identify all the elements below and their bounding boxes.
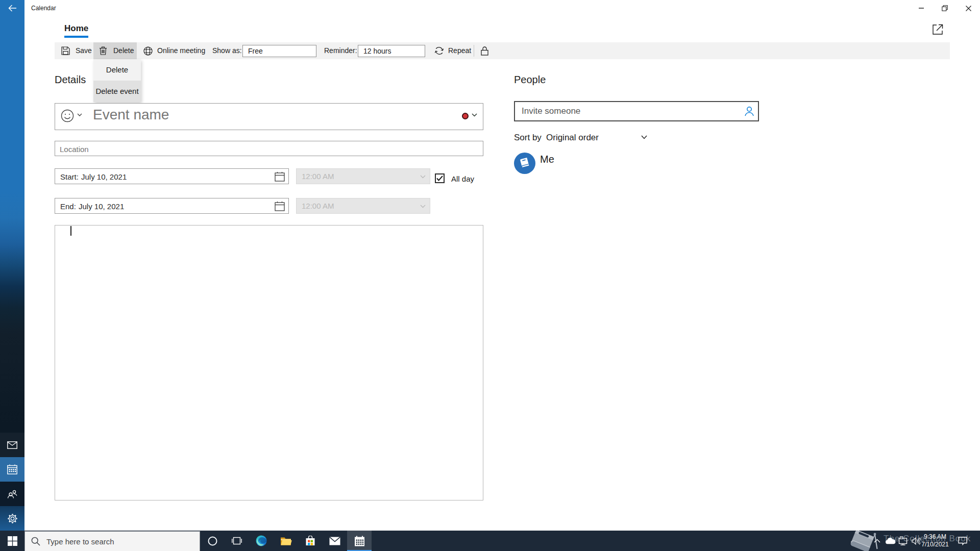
show-as-value: Free xyxy=(248,47,263,55)
tray-chevron-button[interactable] xyxy=(871,531,883,551)
reminder-value: 12 hours xyxy=(363,47,391,55)
calendar-taskbar-icon xyxy=(354,536,365,546)
end-date-picker[interactable]: End: July 10, 2021 xyxy=(55,198,289,214)
window-title: Calendar xyxy=(31,5,56,12)
tray-network-button[interactable] xyxy=(896,531,910,551)
lock-icon xyxy=(481,46,488,56)
edge-icon xyxy=(256,535,267,546)
file-explorer-icon xyxy=(280,536,292,546)
delete-menu: Delete Delete event xyxy=(93,59,141,102)
speaker-icon xyxy=(912,537,920,545)
taskbar-clock[interactable]: 9:36 AM 7/10/2021 xyxy=(920,531,950,551)
end-time-value: 12:00 AM xyxy=(302,202,334,210)
close-button[interactable] xyxy=(957,0,980,16)
repeat-label: Repeat xyxy=(448,42,471,59)
mail-icon xyxy=(7,441,17,449)
chevron-up-icon xyxy=(874,539,880,543)
close-icon xyxy=(966,6,971,11)
taskbar-cortana-button[interactable] xyxy=(200,531,225,551)
show-as-label: Show as: xyxy=(212,42,242,59)
location-input[interactable] xyxy=(55,141,483,156)
start-date-value: July 10, 2021 xyxy=(81,172,127,181)
open-in-new-window-button[interactable] xyxy=(933,23,944,35)
sort-by-select[interactable]: Original order xyxy=(546,133,599,143)
calendar-icon xyxy=(275,201,285,211)
taskbar-search[interactable]: Type here to search xyxy=(24,531,200,551)
onedrive-cloud-icon xyxy=(885,538,896,544)
taskbar-explorer-button[interactable] xyxy=(274,531,298,551)
online-meeting-button[interactable]: Online meeting xyxy=(139,42,205,59)
sort-by-chevron-icon[interactable] xyxy=(641,135,647,139)
sidebar-people-button[interactable] xyxy=(0,482,24,506)
end-label: End: xyxy=(60,202,76,211)
show-as-select[interactable]: Free xyxy=(242,45,316,57)
sidebar-mail-button[interactable] xyxy=(0,433,24,457)
emoji-picker-button[interactable] xyxy=(61,109,74,122)
tab-home-underline xyxy=(64,36,88,38)
minimize-icon xyxy=(919,8,924,9)
calendar-icon xyxy=(275,171,285,182)
start-time-value: 12:00 AM xyxy=(302,172,334,181)
app-sidebar xyxy=(0,0,24,531)
me-avatar[interactable] xyxy=(514,153,535,174)
taskbar-store-button[interactable] xyxy=(298,531,323,551)
description-textarea[interactable] xyxy=(55,225,483,500)
back-button[interactable] xyxy=(0,0,24,16)
checkmark-icon xyxy=(436,176,443,181)
reminder-select[interactable]: 12 hours xyxy=(358,45,425,57)
attendee-me-label: Me xyxy=(540,154,554,165)
tab-home[interactable]: Home xyxy=(64,23,88,34)
people-icon xyxy=(7,489,17,498)
start-date-picker[interactable]: Start: July 10, 2021 xyxy=(55,168,289,184)
mail-app-icon xyxy=(329,537,340,545)
online-meeting-label: Online meeting xyxy=(157,42,205,59)
restore-icon xyxy=(942,5,948,11)
sidebar-calendar-button[interactable] xyxy=(0,457,24,482)
action-center-icon xyxy=(958,537,967,545)
private-button[interactable] xyxy=(473,42,496,59)
smiley-icon xyxy=(61,109,74,122)
start-time-select: 12:00 AM xyxy=(296,168,430,184)
task-view-icon xyxy=(232,536,242,545)
repeat-icon xyxy=(434,45,445,56)
gear-icon xyxy=(7,513,18,524)
sidebar-settings-button[interactable] xyxy=(0,506,24,531)
clock-time: 9:36 AM xyxy=(924,533,946,541)
taskbar-edge-button[interactable] xyxy=(249,531,274,551)
save-label: Save xyxy=(76,42,92,59)
calendar-app-icon xyxy=(7,464,17,474)
reminder-label: Reminder: xyxy=(324,42,357,59)
taskbar: Type here to search xyxy=(0,531,980,551)
toolbar: Save Delete Online meeting Show as: Free… xyxy=(55,42,950,59)
emoji-chevron-icon xyxy=(77,113,82,116)
taskbar-calendar-button[interactable] xyxy=(347,531,372,551)
start-button[interactable] xyxy=(0,531,24,551)
open-in-new-window-icon xyxy=(933,23,944,35)
search-placeholder: Type here to search xyxy=(46,537,114,546)
action-center-button[interactable] xyxy=(955,531,970,551)
minimize-button[interactable] xyxy=(910,0,933,16)
text-caret xyxy=(70,226,71,236)
tray-onedrive-button[interactable] xyxy=(884,531,896,551)
menu-item-delete[interactable]: Delete xyxy=(93,59,141,81)
menu-item-delete-event[interactable]: Delete event xyxy=(93,81,141,102)
details-heading: Details xyxy=(55,74,86,86)
location-placeholder: Location xyxy=(60,145,89,154)
avatar-book-icon xyxy=(519,157,531,169)
maximize-button[interactable] xyxy=(933,0,957,16)
online-meeting-icon xyxy=(143,46,153,56)
invite-person-icon xyxy=(744,106,755,117)
end-time-select: 12:00 AM xyxy=(296,198,430,214)
event-name-placeholder: Event name xyxy=(93,107,169,123)
taskbar-mail-button[interactable] xyxy=(323,531,347,551)
event-color-dot[interactable] xyxy=(462,113,469,119)
all-day-checkbox[interactable] xyxy=(435,173,445,183)
back-arrow-icon xyxy=(8,5,17,12)
delete-button[interactable]: Delete xyxy=(93,42,137,59)
taskbar-taskview-button[interactable] xyxy=(225,531,249,551)
save-button[interactable]: Save xyxy=(56,42,95,59)
event-color-chevron-icon[interactable] xyxy=(472,113,477,117)
all-day-label: All day xyxy=(451,174,474,183)
delete-icon xyxy=(99,46,107,55)
clock-date: 7/10/2021 xyxy=(921,541,948,548)
